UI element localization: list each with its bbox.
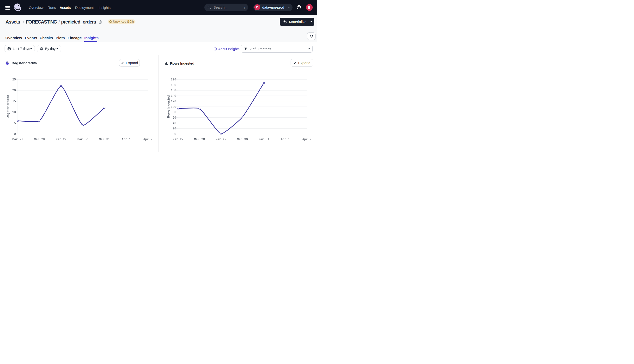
svg-text:180: 180 bbox=[171, 84, 176, 87]
svg-text:Apr 2: Apr 2 bbox=[143, 138, 152, 141]
svg-text:Apr 2: Apr 2 bbox=[302, 138, 312, 141]
svg-text:Rows Ingested: Rows Ingested bbox=[167, 95, 170, 118]
svg-text:0: 0 bbox=[174, 132, 176, 136]
svg-text:Mar 27: Mar 27 bbox=[12, 138, 23, 141]
svg-text:20: 20 bbox=[172, 127, 176, 130]
svg-text:100: 100 bbox=[171, 106, 176, 109]
svg-text:Mar 31: Mar 31 bbox=[258, 138, 269, 141]
svg-text:0: 0 bbox=[14, 132, 16, 136]
svg-text:140: 140 bbox=[171, 94, 176, 98]
svg-text:25: 25 bbox=[12, 78, 16, 82]
svg-text:Mar 29: Mar 29 bbox=[56, 138, 66, 141]
svg-text:10: 10 bbox=[12, 111, 16, 114]
svg-text:Mar 29: Mar 29 bbox=[216, 138, 226, 141]
svg-text:120: 120 bbox=[171, 100, 176, 103]
svg-text:160: 160 bbox=[171, 89, 176, 92]
svg-text:Mar 31: Mar 31 bbox=[99, 138, 110, 141]
svg-text:200: 200 bbox=[171, 78, 176, 82]
svg-text:Mar 30: Mar 30 bbox=[237, 138, 248, 141]
svg-text:Mar 27: Mar 27 bbox=[173, 138, 184, 141]
svg-text:80: 80 bbox=[172, 111, 176, 114]
svg-text:Apr 1: Apr 1 bbox=[122, 138, 131, 141]
svg-text:40: 40 bbox=[172, 122, 176, 125]
svg-text:Mar 28: Mar 28 bbox=[194, 138, 205, 141]
svg-text:Dagster credits: Dagster credits bbox=[6, 95, 10, 118]
svg-text:Mar 28: Mar 28 bbox=[34, 138, 45, 141]
svg-text:Mar 30: Mar 30 bbox=[77, 138, 88, 141]
svg-text:20: 20 bbox=[12, 89, 16, 92]
svg-text:60: 60 bbox=[172, 116, 176, 120]
svg-text:15: 15 bbox=[12, 100, 16, 103]
svg-text:Apr 1: Apr 1 bbox=[281, 138, 290, 141]
svg-text:5: 5 bbox=[14, 122, 16, 125]
